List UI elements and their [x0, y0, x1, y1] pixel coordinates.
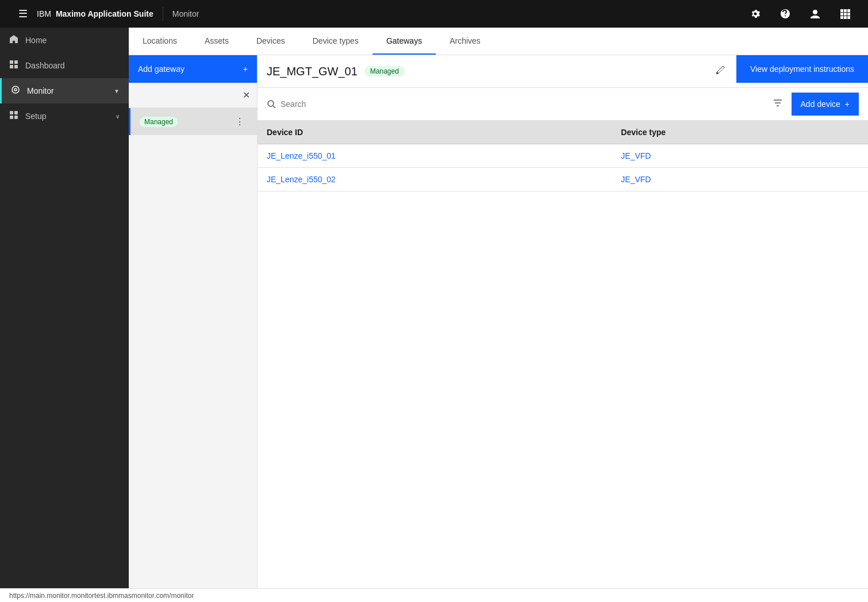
add-gateway-plus-icon: +: [243, 64, 248, 74]
svg-rect-3: [840, 13, 843, 16]
device-type-cell: JE_VFD: [612, 144, 868, 168]
help-icon[interactable]: [771, 0, 799, 28]
add-device-button[interactable]: Add device +: [792, 93, 859, 116]
svg-rect-7: [844, 16, 847, 19]
svg-rect-11: [10, 65, 13, 68]
device-table: Device ID Device type JE_Lenze_i550_01 J…: [258, 121, 868, 191]
tab-assets[interactable]: Assets: [191, 28, 243, 55]
device-search-row: Add device +: [258, 88, 868, 121]
device-type-column-header: Device type: [612, 121, 868, 144]
svg-rect-18: [14, 116, 18, 119]
gateway-search-row: ✕: [129, 83, 257, 108]
sidebar-home-label: Home: [25, 36, 47, 45]
status-bar: https://main.monitor.monitortest.ibmmasm…: [0, 588, 868, 602]
svg-rect-4: [844, 13, 847, 16]
table-row: JE_Lenze_i550_01 JE_VFD: [258, 144, 868, 168]
monitor-chevron-icon: ▼: [114, 88, 120, 94]
gateway-list-item[interactable]: Managed ⋮: [129, 108, 257, 135]
settings-icon[interactable]: [742, 0, 769, 28]
content-area: Add gateway + ✕ Managed ⋮ JE_MGT_GW_01: [129, 55, 868, 588]
left-panel: Add gateway + ✕ Managed ⋮: [129, 55, 258, 588]
svg-point-13: [12, 86, 19, 93]
setup-chevron-icon: ∨: [116, 113, 120, 120]
gateway-header-info: JE_MGT_GW_01 Managed: [258, 55, 736, 87]
search-close-button[interactable]: ✕: [240, 87, 252, 103]
sidebar-item-monitor[interactable]: Monitor ▼: [0, 78, 129, 103]
svg-rect-9: [10, 60, 13, 64]
sidebar-item-dashboard[interactable]: Dashboard: [0, 53, 129, 78]
tab-devices[interactable]: Devices: [243, 28, 299, 55]
svg-rect-5: [847, 13, 850, 16]
device-search-input[interactable]: [281, 99, 764, 109]
tab-archives[interactable]: Archives: [436, 28, 494, 55]
device-type-link[interactable]: JE_VFD: [621, 175, 651, 184]
device-id-cell: JE_Lenze_i550_02: [258, 168, 612, 191]
gateway-title: JE_MGT_GW_01: [267, 65, 358, 78]
nav-divider: [163, 7, 163, 21]
view-deployment-instructions-button[interactable]: View deployment instructions: [736, 55, 868, 83]
svg-point-14: [14, 89, 17, 91]
app-name-label: Maximo Application Suite: [56, 9, 153, 18]
device-table-header-row: Device ID Device type: [258, 121, 868, 144]
app-body: Home Dashboard Monitor ▼: [0, 28, 868, 588]
svg-rect-16: [14, 111, 18, 114]
sidebar: Home Dashboard Monitor ▼: [0, 28, 129, 588]
device-table-body: JE_Lenze_i550_01 JE_VFD JE_Lenze_i550_02…: [258, 144, 868, 191]
tab-device-types[interactable]: Device types: [299, 28, 372, 55]
sidebar-item-home[interactable]: Home: [0, 28, 129, 53]
svg-rect-15: [10, 111, 13, 114]
module-label: Monitor: [172, 9, 199, 18]
setup-icon: [9, 110, 18, 122]
svg-rect-10: [14, 60, 18, 64]
svg-line-20: [273, 106, 275, 108]
svg-rect-8: [847, 16, 850, 19]
filter-icon: [773, 98, 782, 108]
svg-rect-12: [14, 65, 18, 68]
grid-icon[interactable]: [831, 0, 859, 28]
device-id-link[interactable]: JE_Lenze_i550_01: [267, 151, 336, 160]
tab-gateways[interactable]: Gateways: [372, 28, 436, 55]
device-id-column-header: Device ID: [258, 121, 612, 144]
search-icon: [267, 99, 276, 109]
home-icon: [9, 34, 18, 46]
tab-locations[interactable]: Locations: [129, 28, 191, 55]
brand: IBM Maximo Application Suite: [37, 9, 153, 18]
svg-rect-6: [840, 16, 843, 19]
monitor-icon: [11, 85, 20, 97]
gateway-more-icon[interactable]: ⋮: [232, 115, 248, 128]
top-navigation: ☰ IBM Maximo Application Suite Monitor: [0, 0, 868, 28]
ibm-label: IBM: [37, 9, 51, 18]
svg-rect-2: [847, 9, 850, 12]
device-table-head: Device ID Device type: [258, 121, 868, 144]
tabs-bar: Locations Assets Devices Device types Ga…: [129, 28, 868, 55]
device-id-cell: JE_Lenze_i550_01: [258, 144, 612, 168]
svg-rect-17: [10, 116, 13, 119]
device-type-link[interactable]: JE_VFD: [621, 151, 651, 160]
right-panel: JE_MGT_GW_01 Managed View deployment ins…: [258, 55, 868, 588]
device-type-cell: JE_VFD: [612, 168, 868, 191]
sidebar-monitor-label: Monitor: [27, 86, 54, 95]
svg-rect-1: [844, 9, 847, 12]
svg-point-19: [268, 101, 274, 106]
add-device-plus-icon: +: [845, 99, 850, 109]
table-row: JE_Lenze_i550_02 JE_VFD: [258, 168, 868, 191]
main-content: Locations Assets Devices Device types Ga…: [129, 28, 868, 588]
dashboard-icon: [9, 60, 18, 71]
sidebar-setup-label: Setup: [25, 112, 47, 121]
filter-icon-button[interactable]: [769, 96, 787, 112]
svg-rect-0: [840, 9, 843, 12]
menu-icon[interactable]: ☰: [9, 0, 37, 28]
sidebar-item-setup[interactable]: Setup ∨: [0, 103, 129, 129]
sidebar-dashboard-label: Dashboard: [25, 61, 65, 70]
device-id-link[interactable]: JE_Lenze_i550_02: [267, 175, 336, 184]
status-url: https://main.monitor.monitortest.ibmmasm…: [9, 592, 194, 600]
nav-icons: [742, 0, 859, 28]
gateway-edit-button[interactable]: [713, 63, 727, 79]
device-table-wrapper: Device ID Device type JE_Lenze_i550_01 J…: [258, 121, 868, 588]
gateway-managed-badge: Managed: [364, 66, 405, 76]
gateway-status-badge: Managed: [140, 117, 178, 127]
add-gateway-button[interactable]: Add gateway +: [129, 55, 257, 83]
user-icon[interactable]: [801, 0, 829, 28]
gateway-header-wrapper: JE_MGT_GW_01 Managed View deployment ins…: [258, 55, 868, 88]
